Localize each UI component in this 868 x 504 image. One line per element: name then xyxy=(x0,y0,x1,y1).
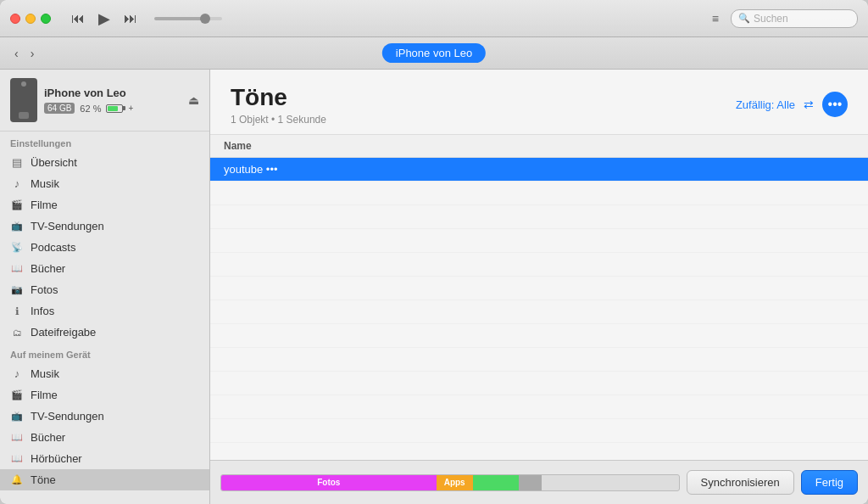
device-section-header: Auf meinem Gerät xyxy=(0,343,209,363)
back-button[interactable]: ‹ xyxy=(10,45,23,62)
search-box[interactable]: 🔍 Suchen xyxy=(731,9,858,28)
sidebar-item-toene[interactable]: 🔔 Töne xyxy=(0,469,209,490)
hoerbuecher-icon: 📖 xyxy=(10,453,24,464)
empty-row xyxy=(210,253,868,277)
storage-badge: 64 GB xyxy=(44,103,75,114)
sidebar-item-label: Übersicht xyxy=(31,156,77,169)
empty-row xyxy=(210,205,868,229)
tv2-icon: 📺 xyxy=(10,411,24,422)
titlebar: ⏮ ▶ ⏭ ≡ 🔍 Suchen xyxy=(0,0,868,37)
toene-icon: 🔔 xyxy=(10,474,24,485)
content-actions: Zufällig: Alle ⇄ ••• xyxy=(736,85,848,117)
content-title-area: Töne 1 Objekt • 1 Sekunde xyxy=(231,85,326,126)
rewind-button[interactable]: ⏮ xyxy=(68,9,88,28)
empty-row xyxy=(210,229,868,253)
empty-row xyxy=(210,419,868,443)
search-placeholder: Suchen xyxy=(754,13,788,25)
status-bar: Fotos Apps Synchronisieren Fertig xyxy=(210,460,868,504)
traffic-lights xyxy=(10,14,51,24)
sync-button[interactable]: Synchronisieren xyxy=(687,470,794,495)
content-title: Töne xyxy=(231,85,326,111)
forward-button-nav[interactable]: › xyxy=(26,45,39,62)
sidebar-item-label: Musik xyxy=(31,367,59,380)
empty-row xyxy=(210,300,868,324)
name-column-header: Name xyxy=(224,140,252,152)
minimize-button[interactable] xyxy=(25,14,36,24)
done-button[interactable]: Fertig xyxy=(801,470,858,495)
musik2-icon: ♪ xyxy=(10,367,24,380)
shuffle-icon[interactable]: ⇄ xyxy=(804,98,814,111)
sidebar-item-filme[interactable]: 🎬 Filme xyxy=(0,194,209,216)
more-button[interactable]: ••• xyxy=(822,92,848,117)
close-button[interactable] xyxy=(10,14,20,24)
fotos-label: Fotos xyxy=(317,478,340,487)
dateifreigabe-icon: 🗂 xyxy=(10,328,24,338)
sidebar-item-musik[interactable]: ♪ Musik xyxy=(0,173,209,194)
storage-pct: 62 % xyxy=(80,104,101,114)
tv-icon: 📺 xyxy=(10,221,24,232)
sidebar-item-buecher[interactable]: 📖 Bücher xyxy=(0,258,209,279)
filme-icon: 🎬 xyxy=(10,199,24,210)
sidebar-item-label: Dateifreigabe xyxy=(31,326,96,339)
sidebar-item-dateifreigabe[interactable]: 🗂 Dateifreigabe xyxy=(0,322,209,343)
content-header: Töne 1 Objekt • 1 Sekunde Zufällig: Alle… xyxy=(210,70,868,135)
shuffle-label[interactable]: Zufällig: Alle xyxy=(736,98,795,111)
transport-controls: ⏮ ▶ ⏭ xyxy=(68,8,222,30)
apps-label: Apps xyxy=(444,478,465,487)
sidebar-item-label: TV-Sendungen xyxy=(31,220,104,232)
podcasts-icon: 📡 xyxy=(10,242,24,253)
infos-icon: ℹ xyxy=(10,305,24,317)
empty-row xyxy=(210,395,868,419)
sidebar-item-musik2[interactable]: ♪ Musik xyxy=(0,363,209,384)
sidebar-item-label: Podcasts xyxy=(31,241,75,254)
table-container: Name youtube ••• xyxy=(210,135,868,460)
einstellungen-header: Einstellungen xyxy=(0,132,209,152)
volume-thumb[interactable] xyxy=(200,14,210,24)
device-meta: 64 GB 62 % + xyxy=(44,103,181,114)
forward-button[interactable]: ⏭ xyxy=(120,9,141,28)
charging-icon: + xyxy=(128,104,133,113)
device-badge[interactable]: iPhone von Leo xyxy=(382,43,486,63)
sidebar-item-label: Infos xyxy=(31,305,54,317)
storage-apps: Apps xyxy=(437,475,473,490)
menu-button[interactable]: ≡ xyxy=(707,9,724,28)
table-row[interactable]: youtube ••• xyxy=(210,158,868,182)
sidebar-item-tv[interactable]: 📺 TV-Sendungen xyxy=(0,216,209,237)
volume-slider[interactable] xyxy=(154,17,222,20)
device-info: iPhone von Leo 64 GB 62 % + xyxy=(44,87,181,114)
sidebar-item-label: Filme xyxy=(31,389,58,401)
sidebar-item-tv2[interactable]: 📺 TV-Sendungen xyxy=(0,406,209,427)
sidebar-item-podcasts[interactable]: 📡 Podcasts xyxy=(0,237,209,258)
empty-row xyxy=(210,277,868,300)
sidebar-item-hoerbuecher[interactable]: 📖 Hörbücher xyxy=(0,448,209,469)
table-header: Name xyxy=(210,135,868,158)
device-header-section: iPhone von Leo 64 GB 62 % + ⏏ xyxy=(0,70,209,132)
titlebar-right: ≡ 🔍 Suchen xyxy=(707,9,858,28)
sidebar: iPhone von Leo 64 GB 62 % + ⏏ Einstellun… xyxy=(0,70,210,504)
storage-fotos: Fotos xyxy=(221,475,437,490)
empty-row xyxy=(210,324,868,348)
filme2-icon: 🎬 xyxy=(10,389,24,400)
sidebar-item-fotos[interactable]: 📷 Fotos xyxy=(0,279,209,300)
empty-row xyxy=(210,443,868,460)
name-cell: youtube ••• xyxy=(224,163,278,176)
sidebar-item-label: Hörbücher xyxy=(31,452,82,465)
empty-row xyxy=(210,182,868,205)
sidebar-item-infos[interactable]: ℹ Infos xyxy=(0,300,209,322)
sidebar-item-label: TV-Sendungen xyxy=(31,410,104,423)
toolbar: ‹ › iPhone von Leo xyxy=(0,37,868,70)
play-button[interactable]: ▶ xyxy=(95,8,114,30)
sidebar-item-uebersicht[interactable]: ▤ Übersicht xyxy=(0,152,209,173)
empty-row xyxy=(210,348,868,372)
sidebar-item-filme2[interactable]: 🎬 Filme xyxy=(0,384,209,406)
storage-bar: Fotos Apps xyxy=(220,474,680,491)
content-subtitle: 1 Objekt • 1 Sekunde xyxy=(231,114,326,126)
empty-row xyxy=(210,372,868,395)
sidebar-item-label: Bücher xyxy=(31,431,65,444)
eject-button[interactable]: ⏏ xyxy=(188,93,199,107)
sidebar-item-buecher2[interactable]: 📖 Bücher xyxy=(0,427,209,448)
musik-icon: ♪ xyxy=(10,177,24,190)
sidebar-item-label: Musik xyxy=(31,177,59,190)
sidebar-item-label: Fotos xyxy=(31,283,58,296)
maximize-button[interactable] xyxy=(41,14,51,24)
